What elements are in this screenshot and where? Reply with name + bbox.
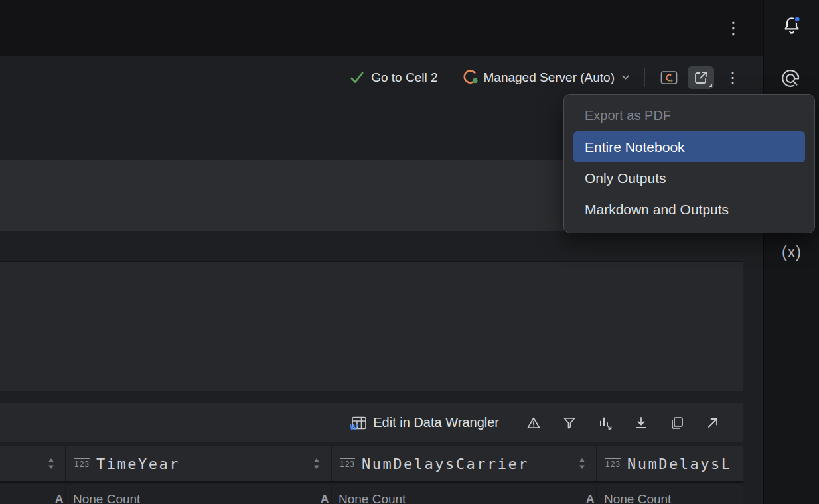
stats-label: None Count (73, 492, 140, 504)
filter-button[interactable] (559, 412, 580, 434)
stats-cell: A None Count (66, 485, 332, 504)
window-more-menu-icon[interactable]: ⋮ (719, 17, 747, 39)
open-in-new-icon (706, 416, 720, 430)
export-menu: Export as PDF Entire Notebook Only Outpu… (563, 94, 815, 233)
go-to-cell-button[interactable]: Go to Cell 2 (349, 70, 437, 86)
toolbar-more-button[interactable]: ⋮ (719, 66, 746, 89)
app-window: ⋮ Go to Cell 2 Managed Server (Auto) (0, 0, 819, 504)
menu-item-only-outputs[interactable]: Only Outputs (564, 162, 814, 194)
menu-item-entire-notebook[interactable]: Entire Notebook (573, 131, 805, 162)
open-in-new-button[interactable] (702, 412, 723, 434)
column-header[interactable] (0, 446, 66, 481)
column-type-icon: A (586, 493, 594, 504)
dataframe-stats-row: A None Count A None Count A None Count (0, 485, 743, 504)
download-icon (633, 415, 649, 431)
numeric-type-icon: 123 (605, 458, 621, 469)
copy-icon (669, 415, 685, 431)
column-type-icon: A (321, 493, 329, 504)
search-icon (782, 70, 802, 90)
column-header[interactable]: 123 TimeYear (66, 446, 332, 481)
dropdown-corner-indicator (709, 84, 712, 87)
column-header[interactable]: 123 NumDelaysL (597, 446, 743, 481)
notifications-button[interactable] (776, 9, 808, 41)
sort-icon[interactable] (312, 457, 331, 470)
checkmark-icon (349, 70, 365, 86)
column-name: TimeYear (96, 456, 180, 472)
warning-button[interactable] (523, 412, 544, 434)
stats-cell: A None Count (597, 485, 743, 504)
toolbar-separator (644, 68, 645, 87)
download-button[interactable] (631, 412, 652, 434)
stats-label: None Count (604, 492, 671, 504)
numeric-type-icon: 123 (340, 458, 355, 469)
sort-icon[interactable] (577, 457, 596, 470)
export-button[interactable] (688, 66, 714, 89)
column-type-icon: A (55, 493, 63, 504)
export-icon (693, 70, 709, 86)
variables-icon: (x) (782, 243, 802, 261)
stats-label: None Count (338, 492, 406, 504)
console-icon (660, 70, 678, 85)
server-status-icon (462, 69, 479, 86)
data-wrangler-badge: W (350, 423, 357, 432)
stats-cell: A None Count (332, 485, 597, 504)
bell-icon (782, 15, 802, 35)
search-button[interactable] (776, 64, 808, 95)
copy-button[interactable] (666, 412, 688, 434)
menu-item-markdown-and-outputs[interactable]: Markdown and Outputs (564, 194, 814, 225)
chevron-down-icon (620, 72, 631, 83)
dataframe-header-row: 123 TimeYear 123 NumDelaysCarrier 123 Nu… (0, 446, 743, 483)
console-button[interactable] (656, 66, 682, 89)
column-name: NumDelaysL (627, 456, 731, 472)
notebook-output-region[interactable] (0, 261, 743, 391)
edit-in-data-wrangler-button[interactable]: W Edit in Data Wrangler (351, 415, 499, 430)
notebook-toolbar: Go to Cell 2 Managed Server (Auto) (0, 56, 763, 99)
warning-icon (526, 415, 542, 431)
chart-icon (597, 415, 613, 431)
go-to-cell-label: Go to Cell 2 (371, 70, 437, 85)
variables-button[interactable]: (x) (776, 236, 808, 268)
edit-in-data-wrangler-label: Edit in Data Wrangler (373, 415, 499, 430)
data-wrangler-icon: W (351, 416, 367, 430)
server-selector-label: Managed Server (Auto) (484, 70, 615, 85)
column-header[interactable]: 123 NumDelaysCarrier (332, 446, 597, 481)
numeric-type-icon: 123 (74, 458, 90, 469)
sort-icon[interactable] (46, 457, 56, 470)
server-selector[interactable]: Managed Server (Auto) (462, 69, 632, 86)
chart-button[interactable] (595, 412, 616, 434)
menu-header: Export as PDF (564, 99, 814, 131)
filter-icon (561, 415, 577, 431)
dataframe-toolbar: W Edit in Data Wrangler (0, 403, 743, 442)
title-bar: ⋮ (0, 0, 763, 56)
right-tool-strip: (x) (763, 0, 819, 504)
column-name: NumDelaysCarrier (362, 456, 529, 472)
